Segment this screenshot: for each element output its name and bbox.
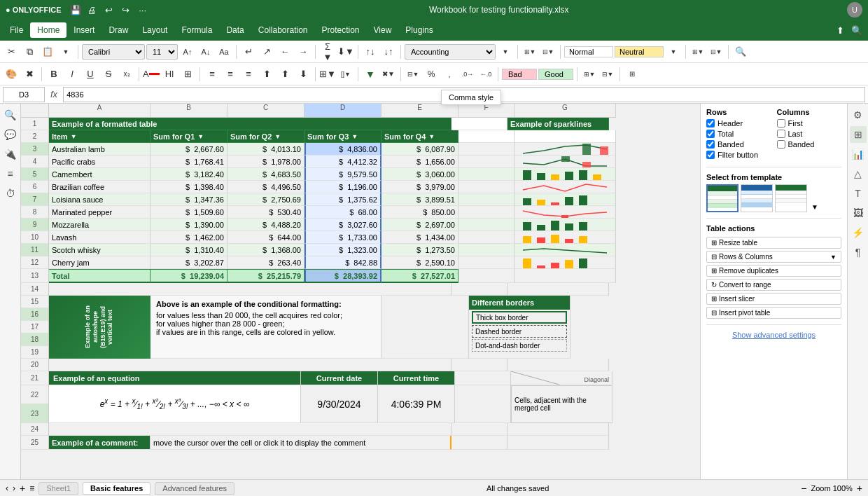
cell-D7[interactable]: $ 1,375.62 — [304, 193, 382, 206]
cell-C11[interactable]: $ 1,368.00 — [227, 244, 304, 256]
cell-time-label[interactable]: Current time — [378, 371, 455, 385]
cell-E11[interactable]: $ 1,273.50 — [382, 244, 458, 256]
template-expand-button[interactable]: ▼ — [809, 184, 820, 212]
style-good[interactable]: Good — [538, 69, 573, 80]
show-advanced-settings-link[interactable]: Show advanced settings — [706, 331, 841, 339]
first-checkbox[interactable] — [777, 119, 785, 128]
style-normal[interactable]: Normal — [564, 46, 613, 57]
add-sheet-button[interactable]: + — [20, 483, 25, 494]
cell-E2[interactable]: Sum for Q4 ▼ — [382, 130, 458, 143]
cell-E8[interactable]: $ 850.00 — [382, 206, 458, 219]
cell-A5[interactable]: Camembert — [49, 168, 150, 181]
cell-C9[interactable]: $ 4,488.20 — [227, 219, 304, 231]
sidebar-comment-icon[interactable]: 💬 — [2, 126, 19, 143]
merge-button[interactable]: ⊞▼ — [319, 66, 336, 83]
sheet-tab-advanced[interactable]: Advanced features — [155, 482, 234, 495]
format-select[interactable]: Accounting Normal Currency Percentage — [405, 44, 496, 60]
cell-A7[interactable]: Loisiana sauce — [49, 193, 150, 206]
align-left-button[interactable]: ≡ — [204, 66, 220, 83]
right-format-icon[interactable]: ⚡ — [850, 224, 867, 241]
align-bottom-button[interactable]: ⬇ — [295, 66, 312, 83]
right-text-icon[interactable]: T — [850, 185, 867, 202]
style-neutral[interactable]: Neutral — [615, 46, 664, 57]
comma-button[interactable]: , — [441, 66, 458, 83]
underline-button[interactable]: U — [82, 66, 99, 83]
right-image-icon[interactable]: 🖼 — [850, 205, 867, 221]
paste-button[interactable]: 📋 — [39, 43, 56, 60]
sum-button[interactable]: Σ ▼ — [319, 43, 336, 60]
cell-D10[interactable]: $ 1,733.00 — [304, 231, 382, 244]
cell-B6[interactable]: $ 1,398.40 — [150, 181, 227, 193]
cell-C13[interactable]: $ 25,215.79 — [227, 269, 304, 283]
cell-A12[interactable]: Cherry jam — [49, 256, 150, 269]
cell-E3[interactable]: $ 6,087.90 — [382, 143, 458, 156]
sidebar-search-icon[interactable]: 🔍 — [2, 106, 19, 123]
cell-C10[interactable]: $ 644.00 — [227, 231, 304, 244]
cell-A6[interactable]: Brazilian coffee — [49, 181, 150, 193]
cell-B8[interactable]: $ 1,509.60 — [150, 206, 227, 219]
borders-button[interactable]: ⊞ — [179, 66, 196, 83]
cell-D5[interactable]: $ 9,579.50 — [304, 168, 382, 181]
sidebar-plugin-icon[interactable]: 🔌 — [2, 146, 19, 163]
cell-D4[interactable]: $ 4,412.32 — [304, 156, 382, 168]
strikethrough-button[interactable]: S — [100, 66, 117, 83]
last-checkbox[interactable] — [777, 130, 785, 138]
cell-date-value[interactable]: 9/30/2024 — [301, 385, 378, 423]
cell-A9[interactable]: Mozzarella — [49, 219, 150, 231]
cell-D11[interactable]: $ 1,323.00 — [304, 244, 382, 256]
find-button[interactable]: 🔍 — [732, 43, 749, 60]
highlight-button[interactable]: Hl — [161, 66, 178, 83]
cell-time-value[interactable]: 4:06:39 PM — [378, 385, 455, 423]
cell-C3[interactable]: $ 4,013.10 — [227, 143, 304, 156]
table-style-button[interactable]: ⊟▼ — [599, 66, 616, 83]
cut-button[interactable]: ✂ — [3, 43, 20, 60]
cell-comment-text[interactable]: move the cursor over the cell or click i… — [150, 436, 451, 450]
cell-D9[interactable]: $ 3,027.60 — [304, 219, 382, 231]
template-2[interactable] — [741, 184, 773, 212]
cell-B4[interactable]: $ 1,768.41 — [150, 156, 227, 168]
cell-E12[interactable]: $ 2,590.10 — [382, 256, 458, 269]
cell-C4[interactable]: $ 1,978.00 — [227, 156, 304, 168]
clear-filter-button[interactable]: ✖▼ — [380, 66, 397, 83]
subscript-button[interactable]: x₂ — [118, 66, 135, 83]
menu-layout[interactable]: Layout — [135, 22, 174, 38]
indent-inc-button[interactable]: → — [295, 43, 312, 60]
cell-E4[interactable]: $ 1,656.00 — [382, 156, 458, 168]
zoom-in-button[interactable]: + — [857, 483, 862, 494]
right-shape-icon[interactable]: △ — [850, 165, 867, 182]
cell-C2[interactable]: Sum for Q2 ▼ — [227, 130, 304, 143]
right-para-icon[interactable]: ¶ — [850, 244, 867, 261]
clear-format-button[interactable]: ✖ — [21, 66, 38, 83]
cell-comment-label[interactable]: Example of a comment: — [49, 436, 150, 450]
cell-A4[interactable]: Pacific crabs — [49, 156, 150, 168]
cell-E5[interactable]: $ 3,060.00 — [382, 168, 458, 181]
expand-button[interactable]: ⬆ — [832, 22, 848, 39]
cell-F2[interactable] — [458, 130, 514, 143]
insert-col-button[interactable]: ⊞▼ — [690, 43, 706, 60]
cell-reference-input[interactable] — [3, 87, 45, 102]
sheet-tab-sheet1[interactable]: Sheet1 — [38, 482, 78, 495]
more-button[interactable]: ··· — [134, 1, 151, 18]
increase-dec-button[interactable]: .0→ — [459, 66, 476, 83]
right-chart-icon[interactable]: 📊 — [850, 146, 867, 163]
cell-A2[interactable]: Item ▼ — [49, 130, 150, 143]
cell-E10[interactable]: $ 1,434.00 — [382, 231, 458, 244]
paint-format-button[interactable]: 🎨 — [3, 66, 20, 83]
decrease-dec-button[interactable]: ←.0 — [477, 66, 494, 83]
cell-D13[interactable]: $ 28,393.92 — [304, 269, 382, 283]
menu-formula[interactable]: Formula — [174, 22, 219, 38]
cell-C8[interactable]: $ 530.40 — [227, 206, 304, 219]
banded-row[interactable]: Banded — [706, 140, 771, 149]
menu-insert[interactable]: Insert — [66, 22, 102, 38]
cell-A3[interactable]: Australian lamb — [49, 143, 150, 156]
header-row[interactable]: Header — [706, 119, 771, 128]
menu-data[interactable]: Data — [219, 22, 251, 38]
cell-E9[interactable]: $ 2,697.00 — [382, 219, 458, 231]
cell-B12[interactable]: $ 3,202.87 — [150, 256, 227, 269]
conditional-format-button[interactable]: ⊞▼ — [581, 66, 598, 83]
cell-A8[interactable]: Marinated pepper — [49, 206, 150, 219]
cell-B2[interactable]: Sum for Q1 ▼ — [150, 130, 227, 143]
cell-A1[interactable]: Example of a formatted table — [49, 118, 451, 130]
cell-format-button[interactable]: ⊟▼ — [540, 43, 556, 60]
cell-C5[interactable]: $ 4,683.50 — [227, 168, 304, 181]
